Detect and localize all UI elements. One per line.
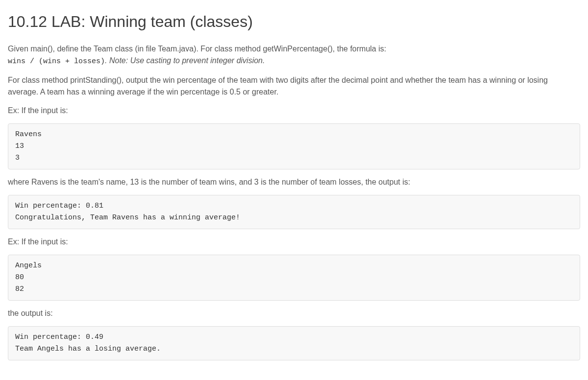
- code-block-input-2: Angels 80 82: [8, 255, 580, 301]
- code-block-input-1: Ravens 13 3: [8, 123, 580, 169]
- example-label: Ex: If the input is:: [8, 105, 580, 117]
- paragraph-formula: Given main(), define the Team class (in …: [8, 43, 580, 68]
- note-text: . Note: Use casting to prevent integer d…: [105, 56, 265, 65]
- paragraph-output-label: the output is:: [8, 308, 580, 319]
- code-block-output-1: Win percentage: 0.81 Congratulations, Te…: [8, 195, 580, 229]
- example-label: Ex: If the input is:: [8, 236, 580, 248]
- paragraph-printstanding: For class method printStanding(), output…: [8, 74, 580, 98]
- page-title: 10.12 LAB: Winning team (classes): [8, 10, 580, 33]
- code-block-output-2: Win percentage: 0.49 Team Angels has a l…: [8, 326, 580, 360]
- paragraph-text: Given main(), define the Team class (in …: [8, 45, 386, 53]
- paragraph-explain-input: where Ravens is the team's name, 13 is t…: [8, 176, 580, 188]
- inline-code-formula: wins / (wins + losses): [8, 57, 105, 66]
